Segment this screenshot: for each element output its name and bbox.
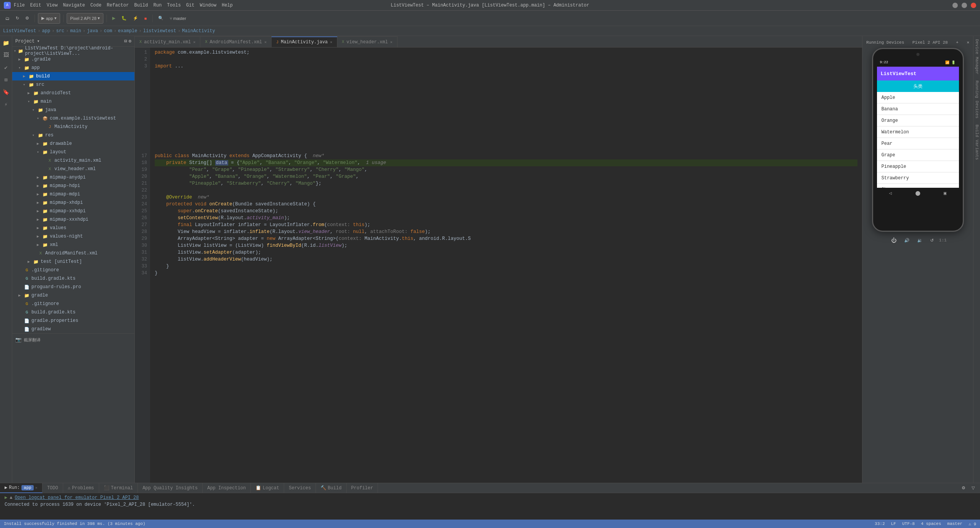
structure-icon[interactable]: ⊞: [1, 74, 11, 85]
tree-gradlew[interactable]: 📄 gradlew: [12, 325, 134, 333]
tree-viewheader-xml[interactable]: X view_header.xml: [12, 165, 134, 173]
bottom-minimize-button[interactable]: ▽: [969, 483, 977, 494]
bottom-tab-logcat[interactable]: 📋 Logcat: [251, 483, 284, 493]
list-item-apple1[interactable]: Apple: [877, 92, 959, 103]
bottom-settings-button[interactable]: ⚙: [959, 483, 968, 494]
bc-app[interactable]: app: [42, 28, 51, 34]
menu-navigate[interactable]: Navigate: [63, 3, 85, 8]
tab-viewheader[interactable]: X view_header.xml ✕: [337, 36, 398, 47]
close-tab-2[interactable]: ✕: [264, 40, 267, 44]
bottom-tab-profiler[interactable]: Profiler: [347, 483, 378, 493]
tab-androidmanifest[interactable]: X AndroidManifest.xml ✕: [200, 36, 272, 47]
tree-app[interactable]: ▾ 📁 app: [12, 64, 134, 72]
toolbar-sync[interactable]: ↻: [13, 13, 21, 24]
bottom-tab-build[interactable]: 🔨 Build: [316, 483, 347, 493]
sidebar-collapse-all[interactable]: ⊟: [124, 38, 127, 44]
tree-layout[interactable]: ▾ 📁 layout: [12, 148, 134, 156]
close-panel-button[interactable]: ✕: [967, 40, 969, 45]
nav-back-icon[interactable]: ◁: [887, 190, 893, 196]
list-item-pear[interactable]: Pear: [877, 138, 959, 149]
profile-button[interactable]: ⚡: [131, 13, 141, 24]
tab-activity-xml[interactable]: X activity_main.xml ✕: [135, 36, 200, 47]
bookmarks-icon[interactable]: 🔖: [1, 87, 11, 97]
tree-androidtest[interactable]: ▶ 📁 androidTest: [12, 89, 134, 97]
tree-values-night[interactable]: ▶ 📁 values-night: [12, 232, 134, 241]
bottom-tab-problems[interactable]: ⚠ Problems: [63, 483, 99, 493]
menu-file[interactable]: File: [14, 3, 25, 8]
tree-build[interactable]: ▶ 📁 build: [12, 72, 134, 80]
menu-view[interactable]: View: [47, 3, 58, 8]
toolbar-project-structure[interactable]: 🗂: [3, 13, 12, 24]
resource-manager-icon[interactable]: 🖼: [1, 50, 11, 61]
tree-proguard[interactable]: 📄 proguard-rules.pro: [12, 283, 134, 291]
tree-res[interactable]: ▾ 📁 res: [12, 131, 134, 139]
close-run-tab[interactable]: ✕: [35, 485, 38, 490]
bottom-tab-run[interactable]: ▶ Run: app ✕: [0, 483, 43, 493]
bottom-tab-appinspection[interactable]: App Inspection: [203, 483, 251, 493]
device-power-button[interactable]: ⏻: [889, 235, 899, 246]
bottom-tab-appquality[interactable]: App Quality Insights: [138, 483, 203, 493]
menu-tools[interactable]: Tools: [167, 3, 181, 8]
list-item-cherry[interactable]: Cherry: [877, 184, 959, 188]
tree-mipmap-mdpi[interactable]: ▶ 📁 mipmap-mdpi: [12, 190, 134, 198]
close-tab-1[interactable]: ✕: [193, 40, 195, 44]
commit-icon[interactable]: ✔: [1, 62, 11, 73]
tree-gradle[interactable]: ▶ 📁 .gradle: [12, 55, 134, 64]
tree-drawable[interactable]: ▶ 📁 drawable: [12, 139, 134, 148]
code-editor[interactable]: package com.example.listviewtest; import…: [150, 48, 862, 483]
list-item-strawberry[interactable]: Strawberry: [877, 172, 959, 184]
nav-home-icon[interactable]: ⬤: [915, 190, 921, 196]
tree-test[interactable]: ▶ 📁 test [unitTest]: [12, 257, 134, 266]
list-item-orange[interactable]: Orange: [877, 115, 959, 126]
menu-code[interactable]: Code: [90, 3, 101, 8]
bc-java[interactable]: java: [87, 28, 98, 34]
tree-gradle2[interactable]: ▶ 📁 gradle: [12, 291, 134, 300]
tree-mipmap-xxxhdpi[interactable]: ▶ 📁 mipmap-xxxhdpi: [12, 215, 134, 224]
tree-mipmap-anydpi[interactable]: ▶ 📁 mipmap-anydpi: [12, 173, 134, 182]
device-rotate[interactable]: ↺: [928, 235, 936, 246]
run-config-dropdown[interactable]: ▶ app ▾: [38, 13, 60, 24]
tree-mainactivity[interactable]: J MainActivity: [12, 123, 134, 131]
right-panel-running-devices[interactable]: Running Devices: [973, 77, 980, 121]
tree-gitignore2[interactable]: G .gitignore: [12, 300, 134, 308]
bc-example[interactable]: example: [118, 28, 137, 34]
tree-package[interactable]: ▾ 📦 com.example.listviewtest: [12, 114, 134, 123]
git-button[interactable]: ⑂ master: [167, 13, 189, 24]
tree-buildgradle[interactable]: G build.gradle.kts: [12, 274, 134, 283]
maximize-button[interactable]: [962, 3, 967, 8]
build-variants-icon[interactable]: ⚡: [1, 99, 11, 110]
list-item-watermelon[interactable]: Watermelon: [877, 126, 959, 138]
bc-listviewtest[interactable]: ListViewTest: [3, 28, 36, 34]
tab-mainactivity[interactable]: J MainActivity.java ✕: [272, 36, 337, 47]
run-button[interactable]: ▶: [110, 13, 118, 24]
menu-window[interactable]: Window: [200, 3, 216, 8]
menu-build[interactable]: Build: [134, 3, 148, 8]
sidebar-settings[interactable]: ⚙: [129, 38, 131, 44]
tree-mipmap-xhdpi[interactable]: ▶ 📁 mipmap-xhdpi: [12, 198, 134, 207]
right-panel-build-variants[interactable]: Build Variants: [973, 121, 980, 163]
sidebar-dropdown[interactable]: ▾: [37, 38, 39, 44]
nav-recents-icon[interactable]: ▣: [942, 190, 948, 196]
bottom-tab-todo[interactable]: TODO: [43, 483, 63, 493]
list-item-pineapple[interactable]: Pineapple: [877, 161, 959, 172]
device-volume-down[interactable]: 🔉: [915, 235, 925, 246]
tree-main[interactable]: ▾ 📁 main: [12, 97, 134, 106]
bc-mainactivity[interactable]: MainActivity: [182, 28, 215, 34]
tree-buildgradle2[interactable]: G build.gradle.kts: [12, 308, 134, 316]
tree-mipmap-hdpi[interactable]: ▶ 📁 mipmap-hdpi: [12, 182, 134, 190]
menu-git[interactable]: Git: [186, 3, 195, 8]
project-icon[interactable]: 📁: [1, 38, 11, 48]
add-device-button[interactable]: +: [956, 40, 959, 45]
bc-src[interactable]: src: [56, 28, 64, 34]
bc-com[interactable]: com: [104, 28, 112, 34]
device-dropdown[interactable]: Pixel 2 API 28 ▾: [67, 13, 103, 24]
device-volume-up[interactable]: 🔊: [902, 235, 912, 246]
logcat-link[interactable]: Open logcat panel for emulator Pixel 2 A…: [15, 495, 139, 500]
tree-androidmanifest[interactable]: X AndroidManifest.xml: [12, 249, 134, 257]
minimize-button[interactable]: [952, 3, 958, 8]
bc-main[interactable]: main: [70, 28, 81, 34]
list-item-banana[interactable]: Banana: [877, 103, 959, 115]
screenshot-translate[interactable]: 📷 截屏翻译: [12, 333, 134, 346]
tree-listviewtest[interactable]: ▾ 📁 ListViewTest D:\project\android-proj…: [12, 47, 134, 55]
menu-refactor[interactable]: Refactor: [107, 3, 129, 8]
